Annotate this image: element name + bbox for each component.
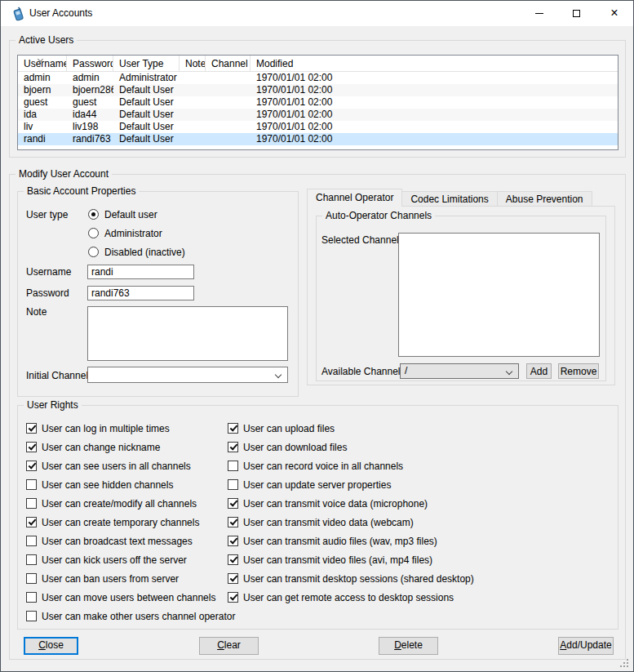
- user-right-row[interactable]: User can log in multiple times: [26, 423, 170, 435]
- user-right-row[interactable]: User can make other users channel operat…: [26, 611, 235, 623]
- checkbox-label: User can create temporary channels: [42, 517, 199, 528]
- available-channels-combobox[interactable]: /: [400, 363, 519, 379]
- minimize-button[interactable]: [521, 1, 558, 26]
- username-label: Username: [26, 266, 71, 278]
- user-right-row[interactable]: User can get remote access to desktop se…: [228, 592, 454, 604]
- user-type-radio-row[interactable]: Disabled (inactive): [88, 247, 185, 259]
- add-update-button[interactable]: Add/Update: [558, 637, 614, 655]
- user-right-row[interactable]: User can transmit desktop sessions (shar…: [228, 573, 474, 585]
- checkbox[interactable]: [26, 611, 37, 621]
- password-input[interactable]: [87, 286, 194, 300]
- checkbox[interactable]: [26, 592, 37, 603]
- checkbox[interactable]: [228, 461, 238, 471]
- active-users-group-label: Active Users: [16, 34, 77, 46]
- radio-button[interactable]: [88, 247, 99, 257]
- checkbox[interactable]: [228, 517, 238, 527]
- resize-grip[interactable]: [620, 659, 630, 669]
- tab-abuse-prevention[interactable]: Abuse Prevention: [497, 191, 592, 207]
- checkbox-label: User can upload files: [243, 423, 335, 434]
- checkbox[interactable]: [228, 536, 238, 546]
- radio-label: Administrator: [104, 228, 162, 239]
- initial-channel-combobox[interactable]: [87, 367, 288, 383]
- user-type-radio-row[interactable]: Default user: [88, 209, 157, 221]
- user-right-row[interactable]: User can ban users from server: [26, 573, 179, 585]
- note-textarea[interactable]: [87, 306, 288, 361]
- column-header[interactable]: Note: [180, 56, 206, 72]
- active-users-table[interactable]: UsernamePasswordUser TypeNoteChannelModi…: [17, 55, 618, 150]
- table-row[interactable]: bjoernbjoern286Default User1970/01/01 02…: [18, 84, 618, 96]
- user-right-row[interactable]: User can upload files: [228, 423, 335, 435]
- checkbox[interactable]: [26, 423, 37, 434]
- add-button[interactable]: Add: [526, 363, 552, 379]
- user-right-row[interactable]: User can create/modify all channels: [26, 498, 197, 510]
- table-cell-note: [180, 109, 206, 121]
- user-right-row[interactable]: User can transmit video files (avi, mp4 …: [228, 554, 432, 567]
- password-label: Password: [26, 287, 69, 299]
- table-header-row: UsernamePasswordUser TypeNoteChannelModi…: [18, 56, 618, 72]
- checkbox[interactable]: [26, 479, 37, 490]
- user-right-row[interactable]: User can change nickname: [26, 442, 160, 454]
- table-cell-note: [180, 121, 206, 133]
- tab-codec-limitations[interactable]: Codec Limitations: [401, 191, 497, 207]
- checkbox[interactable]: [228, 554, 238, 565]
- checkbox[interactable]: [26, 517, 37, 527]
- checkbox[interactable]: [228, 592, 238, 603]
- column-header[interactable]: Modified: [250, 56, 618, 72]
- checkbox[interactable]: [228, 442, 238, 452]
- user-right-row[interactable]: User can broadcast text messages: [26, 536, 193, 548]
- user-right-row[interactable]: User can create temporary channels: [26, 517, 199, 529]
- app-icon: [11, 7, 25, 21]
- remove-button[interactable]: Remove: [558, 363, 599, 379]
- radio-button[interactable]: [88, 228, 99, 238]
- table-row[interactable]: guestguestDefault User1970/01/01 02:00: [18, 96, 618, 109]
- user-right-row[interactable]: User can kick users off the server: [26, 554, 187, 567]
- checkbox[interactable]: [228, 423, 238, 434]
- user-right-row[interactable]: User can update server properties: [228, 479, 391, 492]
- username-input[interactable]: [87, 265, 194, 279]
- table-row[interactable]: livliv198Default User1970/01/01 02:00: [18, 121, 618, 133]
- close-button[interactable]: Close: [24, 637, 78, 655]
- table-cell-modified: 1970/01/01 02:00: [250, 72, 618, 84]
- checkbox-label: User can update server properties: [243, 479, 391, 491]
- user-right-row[interactable]: User can transmit video data (webcam): [228, 517, 414, 529]
- column-header[interactable]: User Type: [113, 56, 180, 72]
- selected-channels-list[interactable]: [398, 233, 600, 357]
- table-row[interactable]: idaida44Default User1970/01/01 02:00: [18, 109, 618, 121]
- table-row[interactable]: adminadminAdministrator1970/01/01 02:00: [18, 72, 618, 84]
- checkbox-label: User can kick users off the server: [42, 554, 187, 566]
- checkbox[interactable]: [26, 554, 37, 565]
- radio-button[interactable]: [88, 209, 99, 220]
- checkbox[interactable]: [26, 498, 37, 509]
- checkbox[interactable]: [26, 461, 37, 471]
- channel-operator-tab-panel: Auto-Operator Channels Selected Channels…: [307, 206, 615, 385]
- table-cell-password: liv198: [67, 121, 113, 133]
- maximize-button[interactable]: [558, 1, 596, 26]
- user-right-row[interactable]: User can transmit voice data (microphone…: [228, 498, 428, 510]
- clear-button[interactable]: Clear: [199, 637, 259, 655]
- table-cell-username: ida: [18, 109, 67, 121]
- user-right-row[interactable]: User can download files: [228, 442, 347, 454]
- close-icon: ×: [596, 1, 633, 26]
- table-row[interactable]: randirandi763Default User1970/01/01 02:0…: [18, 133, 618, 145]
- column-header[interactable]: Username: [18, 56, 67, 72]
- checkbox[interactable]: [26, 536, 37, 546]
- user-right-row[interactable]: User can see hidden channels: [26, 479, 173, 492]
- column-header[interactable]: Channel: [206, 56, 250, 72]
- delete-button[interactable]: Delete: [379, 637, 438, 655]
- user-right-row[interactable]: User can transmit audio files (wav, mp3 …: [228, 536, 437, 548]
- checkbox[interactable]: [26, 573, 37, 584]
- column-header[interactable]: Password: [67, 56, 113, 72]
- user-right-row[interactable]: User can move users between channels: [26, 592, 215, 604]
- checkbox[interactable]: [228, 498, 238, 509]
- user-right-row[interactable]: User can see users in all channels: [26, 461, 191, 473]
- user-type-label: User type: [26, 209, 68, 220]
- checkbox[interactable]: [26, 442, 37, 452]
- tab-channel-operator[interactable]: Channel Operator: [307, 189, 402, 207]
- user-type-radio-row[interactable]: Administrator: [88, 228, 162, 240]
- checkbox-label: User can record voice in all channels: [243, 461, 403, 472]
- tab-bar: Channel OperatorCodec LimitationsAbuse P…: [307, 189, 592, 207]
- user-right-row[interactable]: User can record voice in all channels: [228, 461, 403, 473]
- checkbox[interactable]: [228, 573, 238, 584]
- close-window-button[interactable]: ×: [596, 1, 633, 26]
- checkbox[interactable]: [228, 479, 238, 490]
